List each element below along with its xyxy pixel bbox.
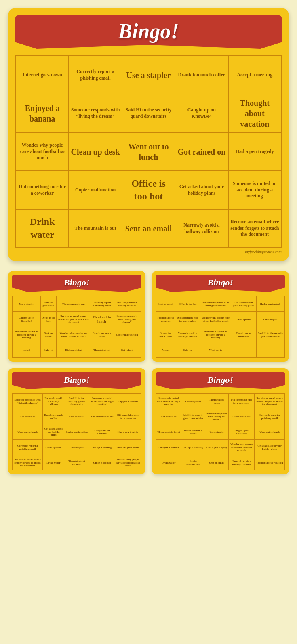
table-row: Got rained on Drank too much coffee Sent… bbox=[13, 409, 141, 424]
table-row: Got rained on Said Hi to security guard … bbox=[156, 409, 285, 424]
cell: Correctly report a phishing email bbox=[91, 296, 113, 312]
table-row: Someone is muted on accident during a me… bbox=[156, 394, 285, 409]
cell-r2c5: Thought about vacation bbox=[228, 94, 281, 132]
cell: Sent an email bbox=[40, 327, 56, 342]
main-title: Bingo! bbox=[118, 20, 179, 43]
cell: Accept a meeting bbox=[181, 440, 205, 455]
cell: Enjoyed bbox=[175, 342, 200, 358]
cell: Caught up on KnowBe4 bbox=[13, 312, 41, 327]
table-row: ...ated Enjoyed Did something Thought ab… bbox=[13, 342, 141, 358]
cell: Narrowly avoid a hallway collision bbox=[113, 296, 141, 312]
cell: Drank too much coffee bbox=[181, 424, 205, 440]
cell-r5c5: Receive an email where sender forgets to… bbox=[228, 209, 281, 248]
main-banner: Bingo! bbox=[15, 15, 282, 49]
small-banner-2: Bingo! bbox=[156, 275, 285, 292]
cell: Had a pen tragedy bbox=[115, 424, 141, 440]
table-row: Sent an email Office is too hot Someone … bbox=[156, 296, 285, 312]
cell: Someone is muted on accident during a me… bbox=[156, 394, 181, 409]
cell: Wonder why people care about football so… bbox=[200, 312, 231, 327]
cell: Clean up desk bbox=[231, 312, 257, 327]
cell: Someone responds with "living the dream" bbox=[13, 394, 43, 409]
cell: Had a pen tragedy bbox=[205, 440, 228, 455]
cell: Enjoyed bbox=[40, 342, 56, 358]
small-title-2: Bingo! bbox=[207, 277, 233, 287]
table-row: Did something nice for a coworker Copier… bbox=[16, 171, 281, 209]
cell: Narrowly avoid a hallway collision bbox=[43, 394, 64, 409]
cell: Office is too hot bbox=[89, 455, 115, 470]
cell: Clean up desk bbox=[181, 394, 205, 409]
small-grid-1: Use a stapler Internet goes down The mou… bbox=[12, 296, 141, 358]
cell: Get asked about your holiday plans bbox=[231, 296, 257, 312]
cell: Narrowly avoid a hallway collision bbox=[175, 327, 200, 342]
small-banner-3: Bingo! bbox=[12, 372, 141, 389]
table-row: Went out to lunch Get asked about your h… bbox=[13, 424, 141, 440]
table-row: Enjoyed a banana Accept a meeting Had a … bbox=[156, 440, 285, 455]
table-row: Enjoyed a banana Someone responds with "… bbox=[16, 94, 281, 132]
cell: The mountain is out bbox=[56, 296, 91, 312]
cell: Someone is muted on accident during a me… bbox=[13, 327, 41, 342]
cell: Accept bbox=[156, 342, 175, 358]
cell: Thought about vacation bbox=[64, 455, 89, 470]
cell: Use a stapler bbox=[256, 312, 284, 327]
cell: Said Hi to the security guard downstairs bbox=[64, 394, 89, 409]
cell: Get asked about your holiday plans bbox=[255, 440, 285, 455]
cell: Drank too much coffee bbox=[91, 327, 113, 342]
cell: Had a pen tragedy bbox=[256, 296, 284, 312]
cell: Said Hi to security guard downstairs bbox=[181, 409, 205, 424]
cell-r3c5: Had a pen tragedy bbox=[228, 132, 281, 171]
cell: Said Hi to the security guard downstairs bbox=[256, 327, 284, 342]
cell: Narrowly avoid a hallway collision bbox=[228, 455, 254, 470]
cell: Enjoyed a banana bbox=[156, 440, 181, 455]
table-row: Someone responds with "living the dream"… bbox=[13, 394, 141, 409]
cell: Clean up desk bbox=[43, 440, 64, 455]
cell-r5c1: Drink water bbox=[16, 209, 69, 248]
cell: Internet goes down bbox=[115, 440, 141, 455]
cell: Internet goes down bbox=[205, 394, 228, 409]
small-cards-row-2: Bingo! Someone responds with "living the… bbox=[8, 368, 289, 474]
table-row: Thought about vacation Did something nic… bbox=[156, 312, 285, 327]
cell: Thought about vacation bbox=[156, 312, 175, 327]
cell-r4c2: Copier malfunction bbox=[69, 171, 122, 209]
small-title-3: Bingo! bbox=[64, 375, 90, 385]
table-row: Internet goes down Correctly report a ph… bbox=[16, 56, 281, 94]
cell: Someone responds with "living the dream" bbox=[113, 312, 141, 327]
cell-r5c4: Narrowly avoid a hallway collision bbox=[175, 209, 228, 248]
cell: Went out to lunch bbox=[91, 312, 113, 327]
table-row: Use a stapler Internet goes down The mou… bbox=[13, 296, 141, 312]
cell: Receive an email where sender forgets to… bbox=[56, 312, 91, 327]
cell: Wonder why people care about football so… bbox=[56, 327, 91, 342]
cell-r4c5: Someone is muted on accident during a me… bbox=[228, 171, 281, 209]
cell-r4c3: Office is too hot bbox=[122, 171, 175, 209]
small-banner-4: Bingo! bbox=[156, 372, 285, 389]
cell-r5c2: The mountain is out bbox=[69, 209, 122, 248]
cell: Got rained bbox=[113, 342, 141, 358]
cell bbox=[231, 342, 257, 358]
table-row: Caught up on KnowBe4 Office is too hot R… bbox=[13, 312, 141, 327]
table-row: Drink water Copier malfunction Sent an e… bbox=[156, 455, 285, 470]
small-banner-1: Bingo! bbox=[12, 275, 141, 292]
table-row: Receive an email where sender forgets to… bbox=[13, 455, 141, 470]
cell: Went out to lunch bbox=[255, 424, 285, 440]
table-row: Drank too much coffee Narrowly avoid a h… bbox=[156, 327, 285, 342]
cell: Use a stapler bbox=[205, 424, 228, 440]
cell-r1c2: Correctly report a phishing email bbox=[69, 56, 122, 94]
cell: Copier malfunction bbox=[181, 455, 205, 470]
cell: Someone is muted on accident during a me… bbox=[200, 327, 231, 342]
small-card-3: Bingo! Someone responds with "living the… bbox=[8, 368, 145, 474]
small-title-1: Bingo! bbox=[64, 277, 90, 287]
cell: Got rained on bbox=[156, 409, 181, 424]
cell: Correctly report a phishing email bbox=[255, 409, 285, 424]
cell: Caught up on KnowBe4 bbox=[89, 424, 115, 440]
table-row: The mountain is out Drank too much coffe… bbox=[156, 424, 285, 440]
cell-r1c1: Internet goes down bbox=[16, 56, 69, 94]
table-row: Someone is muted on accident during a me… bbox=[13, 327, 141, 342]
cell: Office is too hot bbox=[175, 296, 200, 312]
cell: Caught up on KnowBe4 bbox=[231, 327, 257, 342]
main-bingo-card: Bingo! Internet goes down Correctly repo… bbox=[8, 8, 289, 261]
cell-r1c3: Use a stapler bbox=[122, 56, 175, 94]
cell: Office is too hot bbox=[228, 409, 254, 424]
cell: Copier malfunction bbox=[113, 327, 141, 342]
cell-r4c1: Did something nice for a coworker bbox=[16, 171, 69, 209]
cell: Someone responds with "living the dream" bbox=[205, 409, 228, 424]
cell: Get asked about your holiday plans bbox=[43, 424, 64, 440]
